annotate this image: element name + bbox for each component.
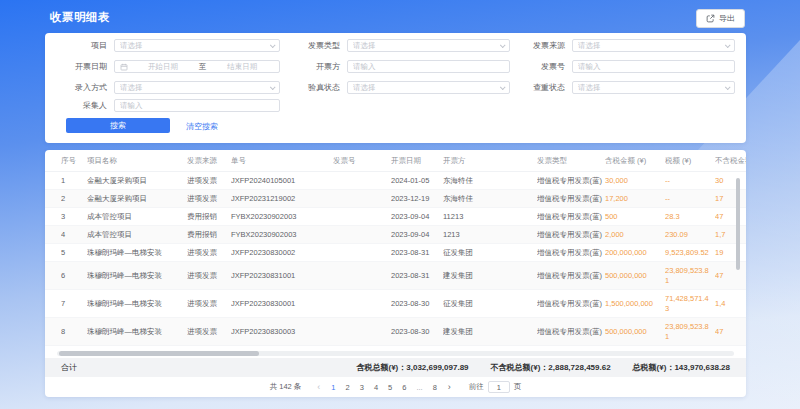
cell-amount-excl-tax: 30 xyxy=(715,176,746,185)
cell-tax: 28.3 xyxy=(665,212,715,222)
cell-invoice-date: 2023-08-30 xyxy=(391,327,443,336)
cell-invoice-source: 进项发票 xyxy=(187,176,231,186)
filter-invoice-source-label: 发票来源 xyxy=(505,40,565,51)
verify-status-select[interactable]: 请选择 xyxy=(347,81,510,94)
horizontal-scrollbar[interactable] xyxy=(57,351,734,356)
summary-row: 合计 含税总额(¥)：3,032,699,097.89 不含税总额(¥)：2,8… xyxy=(45,358,746,377)
table-row: 8 珠穆朗玛峰—电梯安装 进项发票 JXFP20230830003 2023-0… xyxy=(45,318,746,346)
cell-amount-excl-tax: 1,4 xyxy=(715,299,746,308)
pagination-total: 共 142 条 xyxy=(270,382,302,392)
cell-project-name: 成本管控项目 xyxy=(87,230,187,240)
invoice-date-range-picker[interactable]: 开始日期 至 结束日期 xyxy=(114,60,280,73)
dup-status-select[interactable]: 请选择 xyxy=(572,81,735,94)
table-row: 1 金融大厦采购项目 进项发票 JXFP20240105001 2024-01-… xyxy=(45,172,746,190)
table-body: 1 金融大厦采购项目 进项发票 JXFP20240105001 2024-01-… xyxy=(45,172,746,358)
pagination-page-2[interactable]: 2 xyxy=(346,383,350,392)
cell-issuer: 建发集团 xyxy=(443,327,537,337)
horizontal-scrollbar-thumb[interactable] xyxy=(59,351,259,356)
pagination-page-8[interactable]: 8 xyxy=(433,383,437,392)
cell-invoice-type: 增值税专用发票(蓝) xyxy=(537,212,605,222)
pagination-prev-button[interactable]: ‹ xyxy=(317,383,320,392)
cell-tax: -- xyxy=(665,176,715,186)
pagination-next-button[interactable]: › xyxy=(448,383,451,392)
cell-order-no: FYBX20230902003 xyxy=(231,230,333,239)
cell-amount-excl-tax: 47 xyxy=(715,212,746,221)
cell-issuer: 东海特佳 xyxy=(443,176,537,186)
pagination-page-3[interactable]: 3 xyxy=(360,383,364,392)
clear-search-link[interactable]: 清空搜索 xyxy=(186,121,218,132)
jump-suffix-label: 页 xyxy=(514,382,522,392)
summary-incl-tax-total-value: 3,032,699,097.89 xyxy=(406,363,468,372)
filter-project-label: 项目 xyxy=(47,40,107,51)
pagination-ellipsis: ... xyxy=(416,383,422,392)
cell-issuer: 建发集团 xyxy=(443,271,537,281)
cell-amount-incl-tax: 2,000 xyxy=(605,230,665,239)
cell-index: 6 xyxy=(61,271,87,280)
chevron-down-icon xyxy=(270,42,276,48)
filter-dup-status: 查重状态 请选择 xyxy=(505,81,735,94)
jump-page-input[interactable] xyxy=(488,381,510,393)
cell-issuer: 征发集团 xyxy=(443,299,537,309)
filter-verify-status: 验真状态 请选择 xyxy=(280,81,510,94)
invoice-type-select[interactable]: 请选择 xyxy=(347,39,510,52)
filter-invoice-no-label: 发票号 xyxy=(505,61,565,72)
col-header-order-no: 单号 xyxy=(231,156,333,166)
cell-issuer: 11213 xyxy=(443,212,537,221)
table-row: 4 成本管控项目 费用报销 FYBX20230902003 2023-09-04… xyxy=(45,226,746,244)
cell-amount-incl-tax: 1,500,000,000 xyxy=(605,299,665,308)
invoice-type-placeholder: 请选择 xyxy=(353,41,376,51)
pagination-page-1[interactable]: 1 xyxy=(331,383,335,392)
cell-tax: 23,809,523.81 xyxy=(665,266,715,286)
table-row: 3 成本管控项目 费用报销 FYBX20230902003 2023-09-04… xyxy=(45,208,746,226)
cell-invoice-source: 进项发票 xyxy=(187,299,231,309)
filter-entry-method-label: 录入方式 xyxy=(47,82,107,93)
export-button[interactable]: 导出 xyxy=(696,9,745,28)
cell-tax: 71,428,571.43 xyxy=(665,294,715,314)
pagination-page-6[interactable]: 6 xyxy=(402,383,406,392)
invoice-no-input[interactable] xyxy=(578,61,729,72)
pagination-bar: 共 142 条 ‹ 123456...8 › 前往 页 xyxy=(45,377,746,397)
date-separator: 至 xyxy=(199,62,207,72)
filter-issuer: 开票方 xyxy=(280,60,510,73)
vertical-scrollbar[interactable] xyxy=(736,178,740,270)
pagination-page-4[interactable]: 4 xyxy=(374,383,378,392)
cell-amount-incl-tax: 500,000,000 xyxy=(605,327,665,336)
filter-verify-status-label: 验真状态 xyxy=(280,82,340,93)
cell-invoice-type: 增值税专用发票(蓝) xyxy=(537,176,605,186)
collector-input[interactable] xyxy=(120,100,274,111)
cell-issuer: 东海特佳 xyxy=(443,194,537,204)
cell-invoice-source: 费用报销 xyxy=(187,212,231,222)
issuer-input[interactable] xyxy=(353,61,504,72)
cell-invoice-source: 进项发票 xyxy=(187,248,231,258)
pagination-page-5[interactable]: 5 xyxy=(388,383,392,392)
cell-order-no: FYBX20230902003 xyxy=(231,212,333,221)
cell-tax: 230.09 xyxy=(665,230,715,240)
cell-tax: -- xyxy=(665,194,715,204)
cell-index: 5 xyxy=(61,248,87,257)
cell-index: 2 xyxy=(61,194,87,203)
summary-excl-tax-total-value: 2,888,728,459.62 xyxy=(548,363,610,372)
cell-issuer: 征发集团 xyxy=(443,248,537,258)
col-header-amount-excl-tax: 不含税金额 (¥) xyxy=(715,156,746,166)
cell-amount-incl-tax: 500,000,000 xyxy=(605,271,665,280)
col-header-invoice-type: 发票类型 xyxy=(537,156,605,166)
pagination-pages: 123456...8 xyxy=(326,383,441,392)
col-header-issuer: 开票方 xyxy=(443,156,537,166)
chevron-down-icon xyxy=(725,42,731,48)
filter-entry-method: 录入方式 请选择 xyxy=(47,81,280,94)
invoice-table-panel: 序号 项目名称 发票来源 单号 发票号 开票日期 开票方 发票类型 含税金额 (… xyxy=(45,150,746,397)
cell-project-name: 珠穆朗玛峰—电梯安装 xyxy=(87,299,187,309)
cell-project-name: 珠穆朗玛峰—电梯安装 xyxy=(87,271,187,281)
verify-status-placeholder: 请选择 xyxy=(353,83,376,93)
table-header-row: 序号 项目名称 发票来源 单号 发票号 开票日期 开票方 发票类型 含税金额 (… xyxy=(45,150,746,172)
cell-project-name: 金融大厦采购项目 xyxy=(87,194,187,204)
cell-invoice-date: 2023-08-31 xyxy=(391,271,443,280)
search-button[interactable]: 搜索 xyxy=(66,118,170,133)
cell-tax: 23,809,523.81 xyxy=(665,322,715,342)
project-select[interactable]: 请选择 xyxy=(114,39,280,52)
cell-invoice-type: 增值税专用发票(蓝) xyxy=(537,194,605,204)
filter-collector-label: 采集人 xyxy=(47,100,107,111)
entry-method-select[interactable]: 请选择 xyxy=(114,81,280,94)
cell-order-no: JXFP20231219002 xyxy=(231,194,333,203)
invoice-source-select[interactable]: 请选择 xyxy=(572,39,735,52)
